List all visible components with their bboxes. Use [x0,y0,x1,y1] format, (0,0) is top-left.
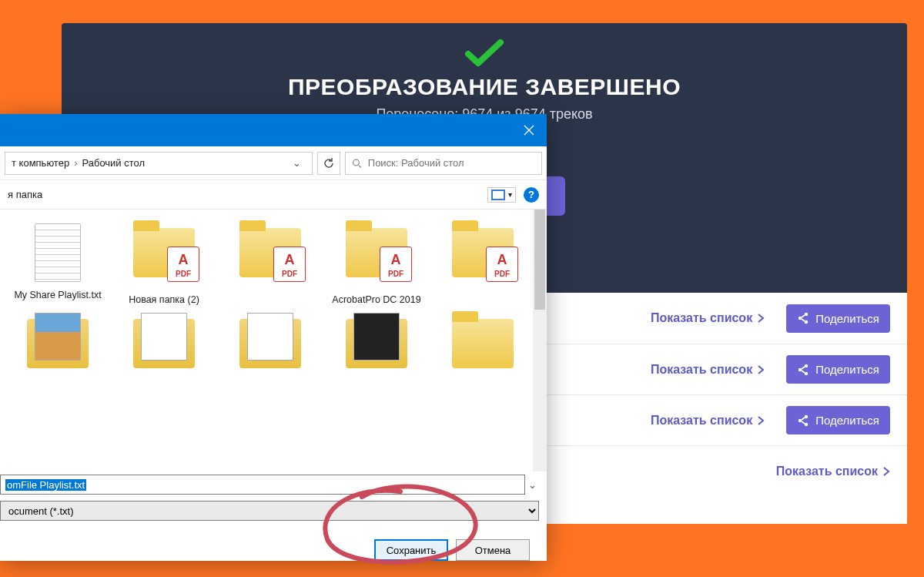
show-list-link[interactable]: Показать список [651,414,765,428]
svg-point-1 [798,317,802,320]
chevron-down-icon[interactable]: ⌄ [525,479,539,491]
show-list-label: Показать список [651,414,752,428]
file-item[interactable]: AAcrobatPro DC 2019 [326,223,427,307]
chevron-down-icon: ▾ [508,190,512,199]
chevron-right-icon [757,416,765,425]
share-icon [797,364,809,376]
filename-input[interactable]: omFile Playlist.txt [0,475,525,495]
refresh-button[interactable] [317,152,340,175]
pdf-icon: A [236,228,305,290]
share-icon [797,312,809,324]
file-item[interactable]: A [433,223,533,307]
filetype-select[interactable]: ocument (*.txt) [0,501,539,521]
scrollbar[interactable] [533,210,547,471]
breadcrumb-part[interactable]: Рабочий стол [82,157,145,169]
share-label: Поделиться [815,414,879,427]
share-icon [797,414,809,427]
close-icon [524,125,534,136]
breadcrumb[interactable]: т компьютер › Рабочий стол ⌄ [5,152,313,175]
file-item[interactable]: AНовая папка (2) [114,223,214,307]
file-area: My Share Playlist.txtAНовая папка (2)AAA… [0,210,547,471]
share-button[interactable]: Поделиться [786,355,890,384]
svg-point-9 [353,159,360,166]
share-label: Поделиться [815,363,879,376]
file-item[interactable] [8,314,108,385]
svg-point-3 [805,364,808,367]
doc-icon [129,319,199,381]
search-field[interactable] [345,152,542,175]
file-label: AcrobatPro DC 2019 [326,294,427,307]
breadcrumb-part[interactable]: т компьютер [12,157,69,169]
file-item[interactable] [326,314,427,385]
chevron-right-icon [882,467,890,476]
refresh-icon [323,157,335,169]
file-label: Новая папка (2) [114,294,214,307]
chevron-right-icon: › [74,157,77,169]
dialog-toolbar: я папка ▾ ? [0,180,547,210]
show-list-label: Показать список [651,311,752,325]
checkmark-icon [465,39,504,68]
pdf-icon: A [129,228,199,290]
cancel-button[interactable]: Отмена [456,539,530,561]
photo-icon [23,319,92,381]
dialog-buttons: Сохранить Отмена [0,527,547,561]
svg-rect-11 [493,191,504,199]
save-button[interactable]: Сохранить [374,539,448,561]
file-label: My Share Playlist.txt [8,290,108,302]
close-button[interactable] [511,114,547,146]
share-label: Поделиться [815,312,879,325]
thumbnails-icon [491,190,505,200]
svg-point-2 [805,320,808,324]
show-list-label: Показать список [776,465,878,478]
txt-icon [23,223,92,285]
svg-point-5 [805,371,808,374]
svg-point-4 [798,367,802,371]
show-list-link[interactable]: Показать список [651,311,765,325]
chevron-right-icon [757,314,765,323]
share-button[interactable]: Поделиться [786,304,890,333]
svg-point-7 [798,418,802,421]
chevron-right-icon [757,365,765,374]
pdf-icon: A [342,228,411,290]
file-item[interactable] [114,314,214,385]
folder-icon [448,319,517,381]
file-item[interactable] [433,314,533,385]
save-as-dialog: т компьютер › Рабочий стол ⌄ я папка ▾ ?… [0,114,547,561]
doc-icon [236,319,305,381]
dark-icon [342,319,411,381]
pdf-icon: A [448,228,517,290]
search-icon [352,158,362,169]
conversion-title: ПРЕОБРАЗОВАНИЕ ЗАВЕРШЕНО [62,74,907,100]
new-folder-label[interactable]: я папка [8,189,42,200]
breadcrumb-dropdown[interactable]: ⌄ [288,157,306,169]
file-item[interactable] [220,314,320,385]
share-button[interactable]: Поделиться [786,406,890,434]
file-item[interactable]: My Share Playlist.txt [8,223,108,307]
svg-point-6 [805,414,808,418]
svg-point-0 [805,313,808,316]
file-item[interactable]: A [220,223,320,307]
view-mode-dropdown[interactable]: ▾ [487,187,516,203]
dialog-fields: omFile Playlist.txt ⌄ ocument (*.txt) [0,471,547,527]
dialog-titlebar [0,114,547,146]
search-input[interactable] [368,157,535,169]
show-list-label: Показать список [651,363,752,377]
svg-point-8 [805,422,808,425]
help-button[interactable]: ? [524,187,539,203]
show-list-link[interactable]: Показать список [651,363,765,377]
show-list-link[interactable]: Показать список [776,465,890,478]
filename-value: omFile Playlist.txt [5,479,86,491]
scrollbar-thumb[interactable] [534,210,545,310]
dialog-nav: т компьютер › Рабочий стол ⌄ [0,146,547,180]
